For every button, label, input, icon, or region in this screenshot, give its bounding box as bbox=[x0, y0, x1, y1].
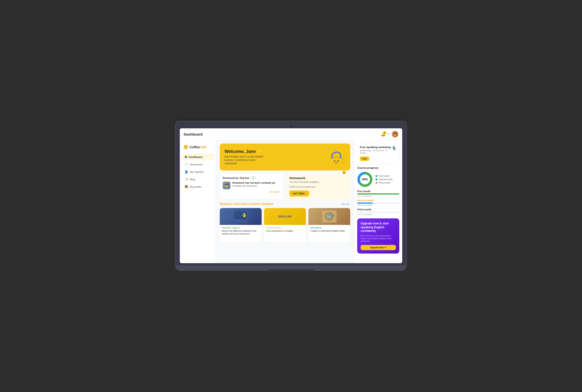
teacher-text: Homework has not been reviewed yet Compl… bbox=[232, 182, 275, 187]
homework-detail: Check it out and good luck! bbox=[289, 186, 320, 188]
homework-start-button[interactable]: Let's Start › bbox=[289, 190, 309, 196]
svg-rect-8 bbox=[331, 156, 333, 158]
course-progress-title: Course progress bbox=[357, 166, 399, 169]
lessons-grid: Present Simple What is the difference be… bbox=[220, 208, 350, 242]
sidebar-item-homework-label: Homework bbox=[190, 163, 203, 166]
lesson-tag-2: Grammar bbox=[310, 227, 348, 229]
month-progress-2: Third month 00/ 24 completed bbox=[357, 208, 399, 216]
legend-item-0: First month bbox=[376, 175, 393, 177]
lesson-illustration-1: ENGLISH bbox=[264, 208, 306, 225]
workshop-title: Free speaking workshop bbox=[360, 146, 391, 148]
homework-card: Homework You have homework available :) … bbox=[286, 173, 350, 199]
logo-icon: ☕ bbox=[183, 144, 188, 150]
section-suffix: most common mistakes bbox=[240, 202, 274, 206]
workshop-card: Free speaking workshop Wednesday · 30.08… bbox=[357, 143, 399, 164]
teacher-info: 👨 Homework has not been reviewed yet Com… bbox=[223, 182, 281, 189]
lesson-title-0: What is the difference between Past Simp… bbox=[222, 230, 260, 235]
sidebar-item-blog[interactable]: 📝 Blog bbox=[181, 176, 214, 183]
section-title: Based on Your most common mistakes bbox=[220, 202, 274, 206]
main-content: Welcome, Jane✨ Each English word is a st… bbox=[216, 140, 354, 263]
join-button[interactable]: Join bbox=[360, 156, 369, 161]
svg-rect-9 bbox=[340, 156, 342, 158]
chevron-down-icon[interactable]: ▾ bbox=[388, 133, 389, 136]
month-progress-1: Second month 09/ 24 completed bbox=[357, 199, 399, 206]
welcome-text: Welcome, Jane✨ Each English word is a st… bbox=[225, 149, 268, 165]
progress-bar-bg-1 bbox=[357, 202, 399, 204]
notifications-button[interactable]: 🔔 3 bbox=[381, 132, 386, 136]
welcome-subtitle: Each English word is a step towards succ… bbox=[225, 155, 268, 165]
sidebar-item-homework[interactable]: 📄 Homework bbox=[181, 161, 214, 168]
lesson-card-body-1: Conditionals Time prepositions in Englis… bbox=[264, 225, 306, 234]
lesson-arrow-0: › bbox=[220, 237, 262, 242]
sidebar-item-my-teacher[interactable]: 👤 My Teacher bbox=[181, 168, 214, 176]
homework-title: Homework bbox=[289, 176, 320, 180]
month-completed-0: 11/ 11 completed bbox=[357, 195, 399, 197]
check-icon: ✓ bbox=[252, 177, 254, 179]
svg-point-7 bbox=[338, 161, 340, 162]
homework-icon: 📄 bbox=[185, 163, 188, 166]
sidebar-item-blog-label: Blog bbox=[190, 178, 195, 181]
legend-item-1: Second month bbox=[376, 178, 393, 180]
sidebar-item-profile-label: My profile bbox=[190, 186, 201, 188]
lesson-title-2: 5 steps to understand English better bbox=[310, 230, 348, 232]
user-avatar[interactable]: 👩 bbox=[392, 131, 398, 138]
lesson-card-2[interactable]: 🗺️ ✈️ Grammar 5 steps to understand Engl… bbox=[308, 208, 350, 242]
month-label-2: Third month bbox=[357, 208, 399, 211]
section-prefix: Based on bbox=[220, 202, 233, 206]
month-label-0: First month bbox=[357, 190, 399, 193]
upgrade-subtitle: Don't miss out on this opportunity to im… bbox=[361, 234, 396, 243]
app-logo: ☕ CoffeeTalk bbox=[180, 143, 216, 153]
lesson-card-0[interactable]: Present Simple What is the difference be… bbox=[220, 208, 262, 242]
homework-subtitle: You have homework available :) bbox=[289, 181, 320, 183]
progress-bar-fill-0 bbox=[357, 193, 399, 194]
review-header: Reviewed by Teacher ✓ bbox=[223, 176, 281, 180]
two-col-row: Reviewed by Teacher ✓ 👨 Homework has not… bbox=[220, 173, 350, 199]
donut-chart: 45% bbox=[357, 172, 373, 187]
notification-badge: 3 bbox=[383, 131, 386, 134]
donut-label: 45% bbox=[362, 178, 368, 181]
laptop-base bbox=[175, 266, 407, 271]
legend-dot-2 bbox=[376, 182, 377, 184]
section-highlight: Your bbox=[233, 202, 240, 206]
sidebar-item-teacher-label: My Teacher bbox=[190, 170, 204, 173]
profile-icon: 🧑 bbox=[185, 185, 188, 188]
course-progress-section: Course progress bbox=[357, 166, 399, 216]
review-card: Reviewed by Teacher ✓ 👨 Homework has not… bbox=[220, 173, 284, 199]
lesson-title-1: Time prepositions in English bbox=[266, 230, 304, 232]
month-progress-0: First month 11/ 11 completed bbox=[357, 190, 399, 197]
sidebar-item-dashboard[interactable]: ⊞ Dashboard bbox=[181, 154, 214, 160]
lesson-card-1[interactable]: ENGLISH Conditionals Time prepositions i… bbox=[264, 208, 306, 242]
lets-start-link[interactable]: Let's Start › bbox=[223, 191, 281, 193]
lesson-card-body-0: Present Simple What is the difference be… bbox=[220, 225, 262, 237]
progress-bar-bg-2 bbox=[357, 212, 399, 213]
upgrade-button[interactable]: Upgrade plan ✦ bbox=[361, 245, 396, 250]
progress-legend: First month Second month Third month bbox=[376, 175, 393, 184]
lesson-illustration-0 bbox=[220, 208, 262, 225]
lesson-tag-0: Present Simple bbox=[222, 227, 260, 229]
reviewed-badge: ✓ bbox=[251, 176, 256, 180]
page-title: Dashboard bbox=[184, 132, 202, 136]
month-completed-1: 09/ 24 completed bbox=[357, 204, 399, 206]
lesson-arrow-2: › bbox=[308, 234, 350, 240]
right-sidebar: Free speaking workshop Wednesday · 30.08… bbox=[354, 140, 402, 263]
sidebar-item-my-profile[interactable]: 🧑 My profile bbox=[181, 183, 214, 190]
blog-icon: 📝 bbox=[185, 178, 188, 181]
see-all-link[interactable]: See all › bbox=[341, 203, 350, 206]
svg-text:🗺️: 🗺️ bbox=[326, 214, 331, 219]
logo-text: CoffeeTalk bbox=[189, 145, 206, 149]
sidebar: ☕ CoffeeTalk ⊞ Dashboard bbox=[180, 140, 216, 263]
legend-dot-1 bbox=[376, 178, 377, 180]
svg-point-15 bbox=[243, 213, 245, 215]
progress-bar-bg-0 bbox=[357, 193, 399, 194]
legend-label-2: Third month bbox=[379, 182, 390, 184]
lesson-card-body-2: Grammar 5 steps to understand English be… bbox=[308, 225, 350, 234]
lesson-tag-1: Conditionals bbox=[266, 227, 304, 229]
month-completed-2: 00/ 24 completed bbox=[357, 213, 399, 216]
workshop-date: Wednesday · 30.08.2023. At 20:00 bbox=[360, 149, 391, 154]
legend-label-1: Second month bbox=[379, 178, 393, 180]
microphone-icon: 🎙️ bbox=[391, 146, 397, 151]
dashboard-icon: ⊞ bbox=[185, 155, 187, 159]
section-header: Based on Your most common mistakes See a… bbox=[220, 202, 350, 206]
not-reviewed-text: Homework has not been reviewed yet bbox=[232, 182, 275, 184]
donut-container: 45% First month Second mont bbox=[357, 172, 399, 187]
